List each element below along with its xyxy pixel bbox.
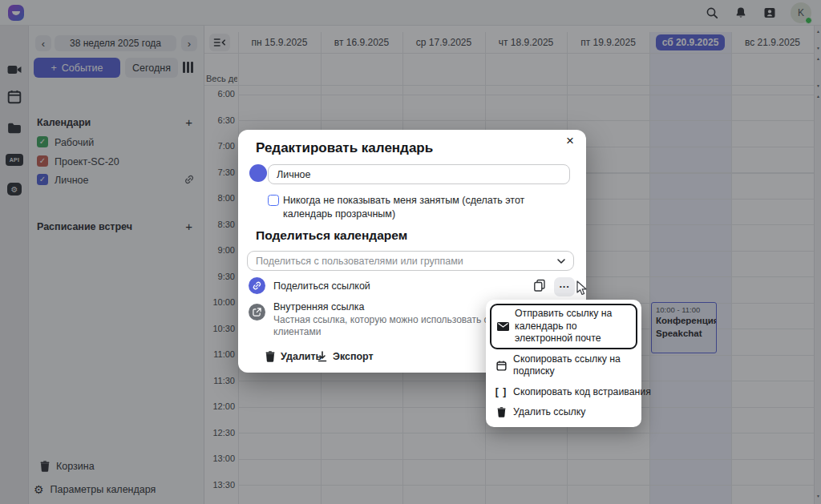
calendar-name-input[interactable] [268, 164, 570, 184]
menu-item-copy-subscription-link[interactable]: Скопировать ссылку на подписку [490, 349, 637, 382]
calendar-color-swatch[interactable] [249, 164, 267, 182]
menu-item-send-link-email[interactable]: Отправить ссылку на календарь по электро… [490, 304, 637, 349]
copy-link-icon[interactable] [532, 278, 548, 294]
busy-checkbox[interactable] [268, 195, 279, 206]
share-with-users-select[interactable]: Поделиться с пользователями или группами [247, 251, 574, 271]
menu-item-label: Отправить ссылку на календарь по электро… [515, 308, 631, 345]
busy-checkbox-label[interactable]: Никогда не показывать меня занятым (сдел… [283, 194, 565, 220]
menu-item-delete-link[interactable]: Удалить ссылку [490, 402, 637, 423]
share-select-placeholder: Поделиться с пользователями или группами [248, 256, 463, 267]
modal-title: Редактировать календарь [256, 140, 433, 156]
internal-link-title: Внутренняя ссылка [273, 301, 364, 312]
mail-icon [496, 322, 509, 331]
download-icon [317, 351, 327, 362]
delete-calendar-button[interactable]: Удалить [265, 351, 322, 362]
delete-label: Удалить [281, 351, 322, 362]
close-icon[interactable]: × [562, 133, 578, 149]
calendar-icon [495, 361, 508, 371]
chevron-down-icon [556, 256, 566, 266]
export-label: Экспорт [333, 351, 374, 362]
menu-item-copy-embed-code[interactable]: [ ] Скопировать код встраивания [490, 382, 637, 403]
trash-icon [265, 351, 275, 362]
export-calendar-button[interactable]: Экспорт [317, 351, 374, 362]
share-link-icon [249, 277, 265, 294]
link-options-menu: Отправить ссылку на календарь по электро… [486, 300, 641, 427]
internal-link-icon [249, 304, 265, 321]
share-section-heading: Поделиться календарем [256, 228, 407, 243]
trash-icon [495, 407, 508, 417]
share-link-label: Поделиться ссылкой [273, 280, 370, 292]
link-more-options-button[interactable]: ··· [554, 277, 575, 296]
menu-item-label: Удалить ссылку [513, 406, 585, 419]
embed-brackets-icon: [ ] [495, 386, 508, 399]
menu-item-label: Скопировать код встраивания [513, 386, 651, 399]
menu-item-label: Скопировать ссылку на подписку [513, 353, 633, 378]
